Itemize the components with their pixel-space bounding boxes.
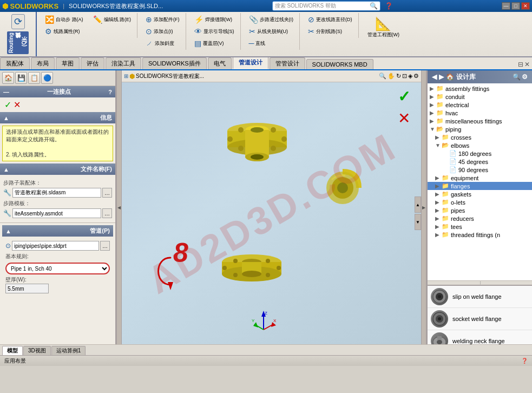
- viewport-check[interactable]: ✓: [398, 88, 410, 106]
- edit-route-btn[interactable]: ✏️ 编辑线 路(E): [90, 14, 134, 25]
- tab-electrical[interactable]: 电气: [208, 57, 232, 69]
- route-template-input[interactable]: [12, 208, 101, 218]
- red-arrow-svg: [149, 252, 192, 290]
- svg-point-3: [227, 136, 233, 142]
- check-button[interactable]: ✓: [4, 100, 11, 110]
- straight-line-btn[interactable]: ─ 直线: [246, 38, 297, 49]
- auto-route-btn[interactable]: 🔀 自动步 路(A): [42, 14, 86, 25]
- tree-item-crosses[interactable]: ▶ 📁 crosses: [428, 133, 532, 141]
- minimize-button[interactable]: —: [502, 2, 510, 10]
- tree-item-hvac[interactable]: ▶ 📁 hvac: [428, 109, 532, 117]
- vp-rotate-icon[interactable]: ↻: [396, 73, 401, 80]
- change-diameter-btn[interactable]: ⊘ 更改线路直径(D): [305, 14, 355, 25]
- tab-sketch[interactable]: 草图: [56, 57, 80, 69]
- model-tab-3d[interactable]: 3D视图: [23, 346, 51, 355]
- tree-item-piping[interactable]: ▼ 📂 piping: [428, 125, 532, 133]
- tree-item-elbows[interactable]: ▼ 📂 elbows: [428, 141, 532, 149]
- lib-search-icon[interactable]: 🔍: [513, 73, 521, 81]
- tree-item-tees[interactable]: ▶ 📁 tees: [428, 222, 532, 231]
- tree-item-pipes[interactable]: ▶ 📁 pipes: [428, 206, 532, 214]
- lib-settings-icon[interactable]: ⚙: [522, 73, 528, 81]
- pipe-browse-btn[interactable]: …: [100, 241, 110, 251]
- tab-layout[interactable]: 布局: [31, 57, 55, 69]
- tab-sw-plugin[interactable]: SOLIDWORKS插件: [142, 57, 207, 69]
- tree-expand-icon[interactable]: ⊞: [124, 73, 128, 79]
- add-point-btn[interactable]: ⊙ 添加点(I): [143, 26, 182, 37]
- tree-item-threaded-fittings[interactable]: ▶ 📁 threaded fittings (n: [428, 231, 532, 239]
- add-part-btn[interactable]: ⊕ 添加配件(F): [143, 14, 182, 25]
- vp-pan-icon[interactable]: ✋: [387, 73, 395, 80]
- wall-thickness-input[interactable]: [5, 284, 49, 293]
- model-tab-model[interactable]: 模型: [2, 346, 23, 355]
- cover-layer-btn[interactable]: ▤ 覆盖层(V): [192, 38, 237, 49]
- assembly-icon: 🔧: [3, 189, 11, 196]
- side-arrow-down[interactable]: ▼: [415, 214, 421, 230]
- routing-panel: ⟳ Routing快速提示(Q): [0, 12, 37, 56]
- pipe-path-input[interactable]: [12, 241, 99, 251]
- tab-eval[interactable]: 评估: [81, 57, 104, 69]
- svg-marker-29: [168, 282, 173, 290]
- vp-zoom-icon[interactable]: 🔍: [379, 73, 386, 80]
- forward-icon[interactable]: ▶: [439, 73, 444, 81]
- thumb-socket-weld[interactable]: socket weld flange: [428, 308, 532, 330]
- vp-render-icon[interactable]: ◈: [408, 73, 412, 80]
- pipe-spec-select[interactable]: Pipe 1 in, Sch 40: [5, 263, 110, 274]
- split-route-btn[interactable]: ✂ 分割线路(S): [305, 26, 355, 37]
- panel-btn-4[interactable]: 🔵: [41, 72, 53, 84]
- show-guide-btn[interactable]: 👁 显示引导线(S): [192, 26, 237, 37]
- template-browse-btn[interactable]: …: [102, 208, 112, 218]
- weld-seam-btn[interactable]: ⚡ 焊接缝隙(W): [192, 14, 237, 25]
- maximize-button[interactable]: □: [511, 2, 520, 10]
- doc-title[interactable]: SOLIDWORKS管道教程案...: [136, 73, 204, 80]
- tab-pipe-mgmt[interactable]: 管管设计: [270, 57, 305, 69]
- status-help-icon[interactable]: ❓: [521, 358, 528, 364]
- tab-assembly[interactable]: 装配体: [0, 57, 30, 69]
- tree-item-conduit[interactable]: ▶ 📁 conduit: [428, 93, 532, 101]
- thumb-welding-neck[interactable]: welding neck flange: [428, 330, 532, 344]
- tab-sw-mbd[interactable]: SOLIDWORKS MBD: [306, 59, 373, 69]
- close-tab-btn[interactable]: ✕: [524, 61, 530, 68]
- tree-item-gaskets[interactable]: ▶ 📁 gaskets: [428, 190, 532, 198]
- tree-item-electrical[interactable]: ▶ 📁 electrical: [428, 101, 532, 109]
- panel-btn-3[interactable]: 📋: [28, 72, 40, 84]
- vp-view-icon[interactable]: ⊡: [402, 73, 407, 80]
- tree-item-flanges[interactable]: ▶ 📁 flanges: [428, 182, 532, 190]
- float-btn[interactable]: ⊟: [518, 61, 523, 68]
- design-lib-tree: ▶ 📁 assembly fittings ▶ 📁 conduit ▶ 📁 el…: [428, 83, 532, 280]
- pipe-drawing-btn[interactable]: 📐 管道工程图(W): [364, 14, 403, 40]
- thumb-slip-on-weld[interactable]: slip on weld flange: [428, 286, 532, 308]
- step-routing-btn[interactable]: 📎 步路通过线夹(I): [246, 14, 297, 25]
- connection-point-header: ― 一连接点 ?: [0, 86, 115, 97]
- home-icon[interactable]: 🏠: [446, 73, 454, 81]
- assembly-browse-btn[interactable]: …: [102, 188, 112, 198]
- tree-item-180deg[interactable]: 📄 180 degrees: [428, 149, 532, 158]
- tab-render[interactable]: 涫染工具: [106, 57, 141, 69]
- tree-item-olets[interactable]: ▶ 📁 o-lets: [428, 198, 532, 206]
- model-tab-motion[interactable]: 运动算例1: [51, 346, 86, 355]
- tree-item-misc-fittings[interactable]: ▶ 📁 miscellaneous fittings: [428, 117, 532, 125]
- left-panel-collapse[interactable]: ◀: [116, 70, 122, 344]
- tree-item-90deg[interactable]: 📄 90 degrees: [428, 166, 532, 174]
- from-clip-btn[interactable]: ✂ 从线夹脱钩(U): [246, 26, 297, 37]
- side-arrow-up[interactable]: ▲: [415, 196, 421, 213]
- tree-item-reducers[interactable]: ▶ 📁 reducers: [428, 214, 532, 222]
- title-bar-controls: — □ ✕: [502, 2, 530, 10]
- sw-doc-icon[interactable]: ⬢: [129, 73, 135, 80]
- search-box[interactable]: 搜索 SOLIDWORKS 帮助: [275, 2, 370, 10]
- viewport-x[interactable]: ✕: [398, 109, 410, 127]
- right-panel-collapse[interactable]: ▶: [421, 70, 426, 344]
- panel-btn-1[interactable]: 🏠: [2, 72, 14, 84]
- step-assembly-input[interactable]: [12, 188, 101, 198]
- tree-item-45deg[interactable]: 📄 45 degrees: [428, 158, 532, 166]
- tree-item-assembly-fittings[interactable]: ▶ 📁 assembly fittings: [428, 84, 532, 93]
- tab-pipe-design[interactable]: 管道设计: [233, 57, 268, 69]
- tree-item-equipment[interactable]: ▶ 📁 equipment: [428, 174, 532, 182]
- back-icon[interactable]: ◀: [432, 73, 437, 81]
- close-button[interactable]: ✕: [521, 2, 530, 10]
- routing-button[interactable]: ⟳: [11, 14, 25, 29]
- add-slope-btn[interactable]: ⟋ 添加斜度: [143, 38, 182, 49]
- cancel-button[interactable]: ✕: [14, 100, 21, 110]
- route-props-btn[interactable]: ⚙ 线路属性(R): [42, 26, 83, 37]
- panel-btn-2[interactable]: 💾: [15, 72, 27, 84]
- vp-settings-icon[interactable]: ⚙: [413, 73, 419, 80]
